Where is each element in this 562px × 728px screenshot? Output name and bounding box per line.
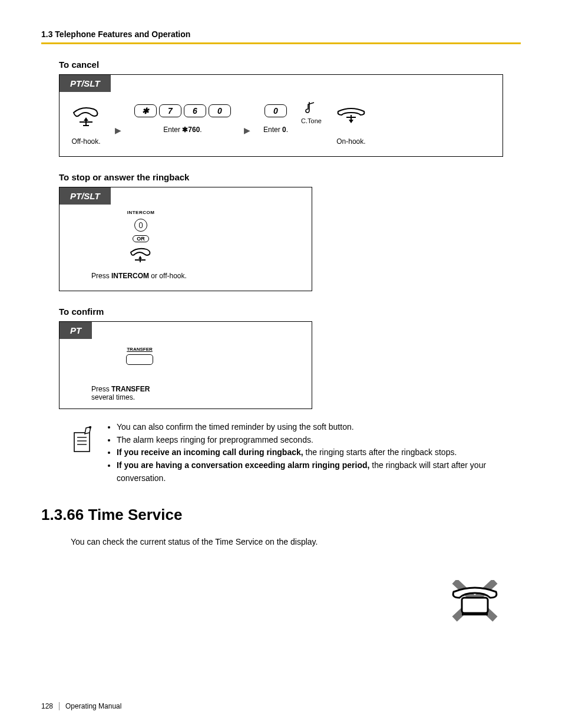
text: . xyxy=(286,126,288,134)
footer-divider xyxy=(59,702,59,710)
text: several times. xyxy=(91,393,135,401)
footer-label: Operating Manual xyxy=(65,702,121,710)
ctone-label: C.Tone xyxy=(301,117,322,124)
text: Enter xyxy=(263,126,282,134)
phone-type-label: PT/SLT xyxy=(59,75,111,92)
subhead-stop-ringback: To stop or answer the ringback xyxy=(59,172,521,182)
key-star: ✱ xyxy=(134,104,157,117)
key-7: 7 xyxy=(159,104,181,117)
key-0: 0 xyxy=(209,104,231,117)
key-6: 6 xyxy=(184,104,206,117)
arrow-icon: ▶ xyxy=(244,126,250,135)
keypad-sequence: ✱ 7 6 0 xyxy=(134,104,231,117)
text: the ringing starts after the ringback st… xyxy=(303,447,457,457)
text: . xyxy=(200,126,201,134)
note-icon xyxy=(71,424,95,456)
step-caption: Press TRANSFERseveral times. xyxy=(70,385,301,401)
note-bullet: If you receive an incoming call during r… xyxy=(117,446,503,459)
note-bullet: If you are having a conversation exceedi… xyxy=(117,459,503,485)
step-ctone: C.Tone xyxy=(301,100,322,124)
step-caption: Enter ✱760. xyxy=(163,126,201,134)
transfer-label: TRANSFER xyxy=(127,347,153,352)
svg-point-7 xyxy=(89,426,91,429)
step-enter-760: ✱ 7 6 0 Enter ✱760. xyxy=(134,104,231,134)
subhead-to-confirm: To confirm xyxy=(59,307,521,317)
page-footer: 128 Operating Manual xyxy=(41,702,121,710)
svg-marker-2 xyxy=(138,256,142,259)
step-caption: Off-hook. xyxy=(71,137,100,146)
intercom-label: INTERCOM xyxy=(127,210,155,215)
text: 0 xyxy=(282,126,286,134)
off-hook-icon xyxy=(128,246,154,263)
step-caption: Press INTERCOM or off-hook. xyxy=(70,272,301,280)
phone-type-label: PT/SLT xyxy=(59,187,111,205)
text: If you are having a conversation exceedi… xyxy=(117,460,369,470)
text: TRANSFER xyxy=(111,385,150,393)
procedure-box-ringback: PT/SLT INTERCOM OR Press INTERCOM or off… xyxy=(59,187,312,291)
subhead-to-cancel: To cancel xyxy=(59,60,521,70)
section-heading: 1.3.66 Time Service xyxy=(41,506,521,524)
key-0-single: 0 xyxy=(265,104,287,117)
procedure-box-cancel: PT/SLT Off-hook. ▶ ✱ 7 6 0 xyxy=(59,74,503,157)
section-paragraph: You can check the current status of the … xyxy=(71,537,521,546)
tone-icon xyxy=(305,100,318,115)
step-on-hook: On-hook. xyxy=(335,104,368,146)
step-off-hook: Off-hook. xyxy=(70,104,102,146)
phone-cross-icon xyxy=(447,580,503,622)
or-label: OR xyxy=(133,235,149,242)
text: If you receive an incoming call during r… xyxy=(117,447,303,457)
text: or off-hook. xyxy=(149,272,187,280)
text: INTERCOM xyxy=(111,272,149,280)
svg-rect-10 xyxy=(462,598,488,613)
phone-type-label: PT xyxy=(59,322,92,339)
intercom-button-icon xyxy=(134,219,147,232)
on-hook-icon xyxy=(335,104,368,129)
transfer-button-icon xyxy=(126,354,153,365)
svg-marker-0 xyxy=(84,117,88,121)
page-number: 128 xyxy=(41,702,59,710)
arrow-icon: ▶ xyxy=(115,126,121,135)
step-caption: Enter 0. xyxy=(263,126,288,134)
off-hook-icon xyxy=(70,104,102,129)
text: 6 xyxy=(192,126,196,134)
text: Enter xyxy=(163,126,182,134)
svg-marker-1 xyxy=(349,120,353,123)
text: Press xyxy=(91,385,111,393)
step-enter-0: 0 Enter 0. xyxy=(263,104,288,134)
svg-rect-3 xyxy=(74,433,90,452)
text: Press xyxy=(91,272,111,280)
running-header: 1.3 Telephone Features and Operation xyxy=(41,29,521,39)
note-bullet: The alarm keeps ringing for preprogramme… xyxy=(117,434,503,447)
note-bullet: You can also confirm the timed reminder … xyxy=(117,421,503,434)
notes-block: You can also confirm the timed reminder … xyxy=(71,421,503,485)
step-caption: On-hook. xyxy=(336,137,365,146)
procedure-box-confirm: PT TRANSFER Press TRANSFERseveral times. xyxy=(59,321,312,409)
text: 7 xyxy=(188,126,192,134)
header-rule xyxy=(41,42,521,44)
